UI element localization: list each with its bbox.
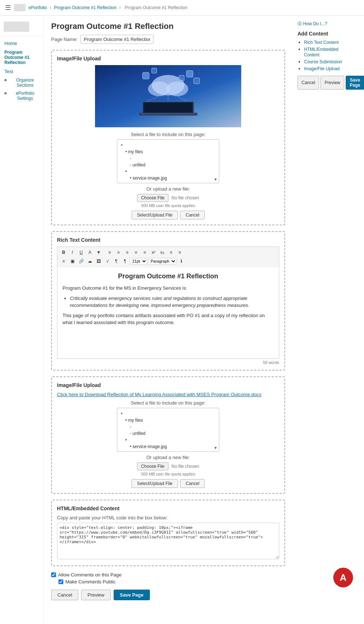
right-panel-buttons: Cancel Preview Save Page xyxy=(297,76,353,90)
svg-rect-7 xyxy=(194,78,200,84)
rte-toolbar: B I U A ▼ ≡ ≡ ≡ ≡ ≡ x² x₂ ≡ ≡ ≡ xyxy=(57,247,279,267)
right-panel: ⓪ How Do I...? Add Content Rich Text Con… xyxy=(292,16,358,624)
rte-subscript[interactable]: x₂ xyxy=(158,248,166,256)
file-list-item[interactable]: • xyxy=(121,410,215,417)
rte-body[interactable]: Program Outcome #1 Reflection Program Ou… xyxy=(57,267,279,359)
save-button-bottom[interactable]: Save Page xyxy=(114,590,150,600)
file-list-item[interactable]: • service-image.jpg xyxy=(121,443,215,450)
html-embed-textarea[interactable]: <div style="text-align: center; padding:… xyxy=(57,523,279,559)
quota-text-2: 500 MB user file quota applies xyxy=(57,472,279,476)
rte-font-color[interactable]: A xyxy=(86,248,94,256)
rte-content-title: Program Outcome #1 Reflection xyxy=(62,272,274,280)
rte-word-count: 58 words xyxy=(57,360,279,365)
rte-embed[interactable]: ☁ xyxy=(86,257,94,265)
rte-paragraph-select[interactable]: Paragraph xyxy=(148,258,177,264)
cancel-upload-btn-1[interactable]: Cancel xyxy=(180,211,205,219)
choose-file-btn-1[interactable]: Choose File xyxy=(137,194,168,202)
file-list-item[interactable]: ◦ unfiled xyxy=(121,162,215,168)
select-upload-btn-1[interactable]: Select/Upload File xyxy=(132,211,178,219)
cancel-button-right[interactable]: Cancel xyxy=(297,76,319,90)
rte-italic2[interactable] xyxy=(103,248,105,256)
allow-comments-checkbox[interactable] xyxy=(51,572,56,577)
rte-align-right[interactable]: ≡ xyxy=(123,248,131,256)
rte-align-5[interactable]: ≡ xyxy=(141,248,149,256)
rte-underline[interactable]: U xyxy=(77,248,85,256)
sidebar: Home Program Outcome #1 Reflection Test … xyxy=(0,16,44,624)
bullet-icon xyxy=(4,79,7,81)
preview-button-bottom[interactable]: Preview xyxy=(81,590,110,600)
menu-icon[interactable]: ☰ xyxy=(5,4,11,12)
rte-bold[interactable]: B xyxy=(60,248,68,256)
cancel-button-bottom[interactable]: Cancel xyxy=(51,590,78,600)
preview-button-right[interactable]: Preview xyxy=(321,76,344,90)
select-upload-btn-2[interactable]: Select/Upload File xyxy=(132,479,178,488)
rich-text-section: Rich Text Content B I U A ▼ ≡ ≡ ≡ ≡ ≡ x²… xyxy=(51,231,285,371)
rte-align-justify[interactable]: ≡ xyxy=(132,248,140,256)
svg-point-2 xyxy=(166,82,188,96)
rte-paragraph-mark[interactable]: ¶ xyxy=(112,257,120,265)
sidebar-item-home[interactable]: Home xyxy=(0,39,43,48)
rte-list-unordered[interactable]: ≡ xyxy=(167,248,175,256)
eportfolio-settings-link[interactable]: ePortfolio Settings xyxy=(9,91,41,101)
file-list-item[interactable]: ◦ xyxy=(121,155,215,162)
no-file-text-1: No file chosen xyxy=(171,195,199,200)
sidebar-item-organize[interactable]: Organize Sections xyxy=(0,76,43,89)
public-comments-label: Make Comments Public xyxy=(65,579,115,584)
breadcrumb-parent[interactable]: Program Outcome #1 Reflection xyxy=(54,5,116,10)
rte-paragraph-mark2[interactable]: ¶ xyxy=(121,257,129,265)
image-upload-link[interactable]: Click here to Download Reflection of My … xyxy=(57,392,279,397)
download-link[interactable]: Click here to Download Reflection of My … xyxy=(57,392,261,397)
upload-new-label-2: Or upload a new file: xyxy=(57,455,279,460)
select-file-label-1: Select a file to include on this page: xyxy=(57,132,279,137)
rte-align-center[interactable]: ≡ xyxy=(114,248,122,256)
sidebar-item-settings[interactable]: ePortfolio Settings xyxy=(0,89,43,102)
rte-link[interactable]: 🔗 xyxy=(77,257,85,265)
page-name-input[interactable] xyxy=(80,35,153,44)
content-type-image[interactable]: Image/File Upload xyxy=(304,66,353,71)
file-list-item[interactable]: • Reflection of My Learning xyxy=(121,181,215,183)
choose-file-btn-2[interactable]: Choose File xyxy=(137,462,168,470)
sidebar-item-test[interactable]: Test xyxy=(0,67,43,76)
rte-font-size-select[interactable]: 21pt xyxy=(130,258,147,264)
file-list-item[interactable]: ◦ xyxy=(121,424,215,430)
sidebar-item-program-outcome[interactable]: Program Outcome #1 Reflection xyxy=(0,48,43,67)
rte-font-color-dropdown[interactable]: ▼ xyxy=(95,248,103,256)
help-link[interactable]: ⓪ How Do I...? xyxy=(297,21,353,27)
content-type-rich-text[interactable]: Rich Text Content xyxy=(304,40,353,45)
file-list-item[interactable]: ◦ unfiled xyxy=(121,430,215,437)
avatar[interactable]: A xyxy=(333,568,353,587)
file-list-item[interactable]: • xyxy=(121,168,215,175)
upload-cancel-row-2: Select/Upload File Cancel xyxy=(57,479,279,488)
rte-equation[interactable]: √ xyxy=(103,257,111,265)
file-list-1[interactable]: • • my files ◦ ◦ unfiled • • service-ima… xyxy=(117,139,219,183)
rte-table[interactable]: ▣ xyxy=(68,257,76,265)
file-list-item[interactable]: • xyxy=(121,437,215,443)
rte-info[interactable]: ℹ xyxy=(177,257,185,265)
file-list-item[interactable]: • service-image.jpg xyxy=(121,175,215,181)
content-type-html[interactable]: HTML/Embedded Content xyxy=(304,46,353,57)
file-list-2[interactable]: • • my files ◦ ◦ unfiled • • service-ima… xyxy=(117,408,219,452)
choose-file-row-1: Choose File No file chosen xyxy=(57,194,279,202)
breadcrumb: ePortfolio › Program Outcome #1 Reflecti… xyxy=(29,5,189,10)
save-button-right[interactable]: Save Page xyxy=(346,76,364,90)
rte-align-left[interactable]: ≡ xyxy=(106,248,114,256)
breadcrumb-eportfolio[interactable]: ePortfolio xyxy=(29,5,47,10)
file-list-item[interactable]: • Reflection of My Learning xyxy=(121,450,215,452)
page-name-label: Page Name: xyxy=(51,37,77,42)
cancel-upload-btn-2[interactable]: Cancel xyxy=(180,479,205,488)
choose-file-row-2: Choose File No file chosen xyxy=(57,462,279,470)
file-list-item[interactable]: • xyxy=(121,142,215,149)
file-list-item[interactable]: • my files xyxy=(121,417,215,424)
image-upload-title-2: Image/File Upload xyxy=(57,382,279,388)
breadcrumb-current: Program Outcome #1 Reflection xyxy=(125,5,187,10)
file-list-item[interactable]: • my files xyxy=(121,149,215,155)
rte-toolbar-row-2: ≡ ▣ 🔗 ☁ 🖼 √ ¶ ¶ 21pt Paragraph ℹ xyxy=(60,257,277,265)
rte-superscript[interactable]: x² xyxy=(149,248,158,256)
public-comments-checkbox[interactable] xyxy=(58,579,63,584)
rte-image[interactable]: 🖼 xyxy=(95,257,103,265)
rte-more[interactable]: ≡ xyxy=(60,257,68,265)
rte-list-ordered[interactable]: ≡ xyxy=(176,248,184,256)
rte-italic[interactable]: I xyxy=(68,248,76,256)
organize-sections-link[interactable]: Organize Sections xyxy=(9,78,41,88)
content-type-course[interactable]: Course Submission xyxy=(304,59,353,64)
